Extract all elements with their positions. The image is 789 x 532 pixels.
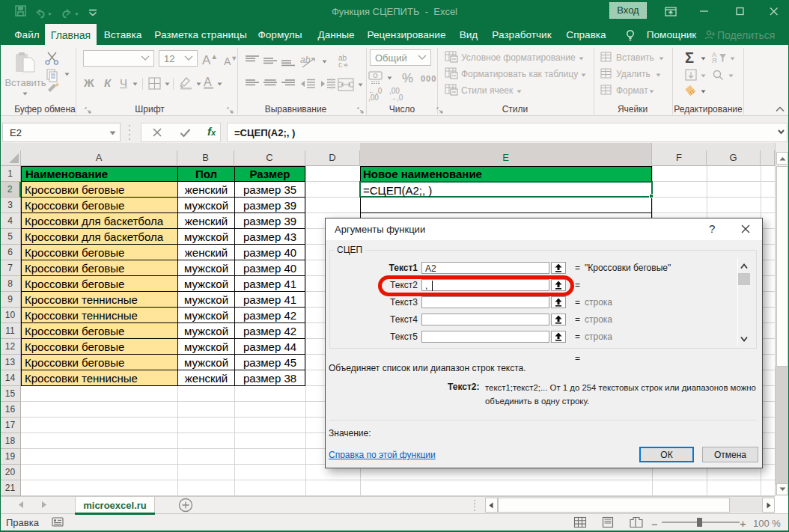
svg-text:c: c (338, 61, 342, 69)
svg-text:ab: ab (300, 55, 311, 65)
